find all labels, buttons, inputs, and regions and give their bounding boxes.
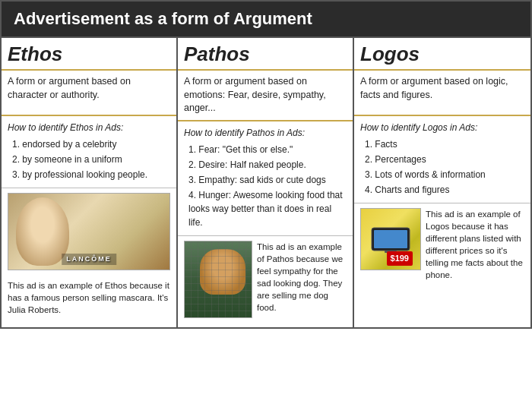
svg-rect-2: [385, 251, 397, 253]
logos-definition: A form or argument based on logic, facts…: [354, 71, 530, 116]
pathos-ad-visual: [185, 241, 252, 317]
logos-identify: How to identify Logos in Ads: 1. Facts 2…: [354, 116, 530, 203]
ethos-identify-list: 1. endorsed by a celebrity 2. by someone…: [8, 137, 170, 181]
ethos-definition: A form or argument based on character or…: [2, 71, 176, 116]
list-item: 1. Fear: "Get this or else.": [187, 143, 347, 156]
pathos-identify-list: 1. Fear: "Get this or else." 2. Desire: …: [184, 143, 347, 229]
pathos-column: Pathos A form or argument based on emoti…: [178, 38, 354, 327]
list-item: 3. Lots of words & information: [363, 168, 524, 181]
list-item: 2. Percentages: [363, 153, 524, 166]
logos-heading: Logos: [360, 43, 524, 66]
ethos-ad-image: LANCÔME: [8, 193, 170, 270]
ethos-identify: How to identify Ethos in Ads: 1. endorse…: [2, 116, 176, 188]
page-title: Advertisement as a form of Argument: [2, 2, 530, 36]
logos-example: This ad is an example of Logos because i…: [354, 203, 530, 327]
logos-identify-list: 1. Facts 2. Percentages 3. Lots of words…: [360, 137, 524, 197]
list-item: 1. Facts: [363, 137, 524, 151]
pathos-definition: A form or argument based on emotions: Fe…: [178, 71, 353, 121]
list-item: 2. Desire: Half naked people.: [187, 158, 347, 172]
ethos-example: LANCÔME This ad is an example of Ethos b…: [2, 188, 176, 327]
list-item: 3. by professional looking people.: [11, 168, 170, 181]
ethos-example-caption: This ad is an example of Ethos because i…: [8, 279, 170, 316]
ethos-ad-visual: LANCÔME: [8, 194, 169, 270]
logos-ad-visual: [361, 209, 420, 270]
logos-ad-image: [360, 208, 421, 270]
logos-header: Logos: [354, 38, 530, 71]
logos-example-row: This ad is an example of Logos because i…: [360, 208, 524, 282]
list-item: 4. Hunger: Awesome looking food that loo…: [187, 188, 347, 229]
columns-wrapper: Ethos A form or argument based on charac…: [2, 36, 530, 327]
pathos-example-row: This ad is an example of Pathos because …: [184, 241, 347, 323]
pathos-example-caption: This ad is an example of Pathos because …: [257, 241, 347, 314]
pathos-header: Pathos: [178, 38, 353, 71]
pathos-ad-image: [184, 241, 252, 318]
list-item: 1. endorsed by a celebrity: [11, 137, 170, 151]
phone-icon: [368, 224, 413, 254]
logos-identify-title: How to identify Logos in Ads:: [360, 121, 524, 134]
list-item: 2. by someone in a uniform: [11, 153, 170, 166]
ethos-header: Ethos: [2, 38, 176, 71]
ethos-heading: Ethos: [8, 43, 170, 66]
logos-example-caption: This ad is an example of Logos because i…: [426, 208, 524, 282]
pathos-identify: How to identify Pathos in Ads: 1. Fear: …: [178, 121, 353, 236]
ethos-identify-title: How to identify Ethos in Ads:: [8, 121, 170, 134]
svg-rect-1: [374, 230, 407, 248]
ethos-column: Ethos A form or argument based on charac…: [2, 38, 178, 327]
pathos-identify-title: How to identify Pathos in Ads:: [184, 126, 347, 140]
lancome-label: LANCÔME: [62, 254, 116, 265]
list-item: 3. Empathy: sad kids or cute dogs: [187, 173, 347, 187]
pathos-example: This ad is an example of Pathos because …: [178, 236, 353, 327]
list-item: 4. Charts and figures: [363, 183, 524, 197]
page-wrapper: Advertisement as a form of Argument Etho…: [0, 0, 532, 329]
logos-column: Logos A form or argument based on logic,…: [354, 38, 530, 327]
pathos-heading: Pathos: [184, 43, 347, 66]
